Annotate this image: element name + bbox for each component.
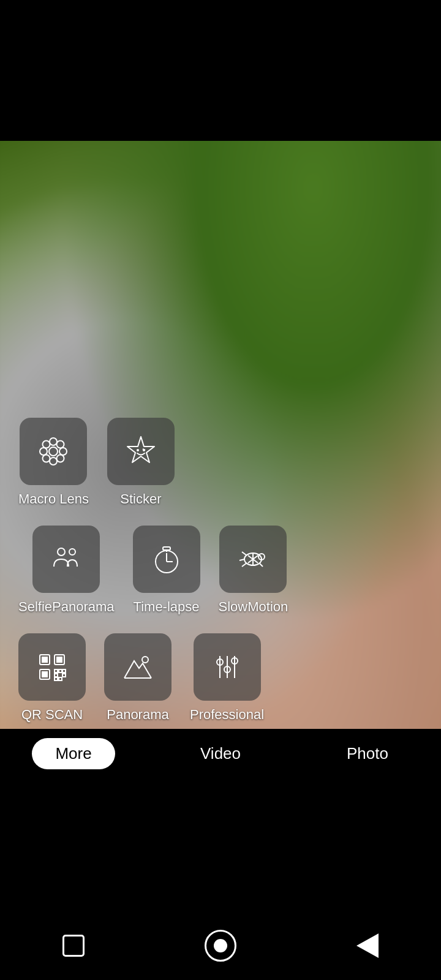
svg-point-6 [57, 441, 64, 448]
time-lapse-icon-box [133, 526, 200, 593]
svg-line-25 [242, 552, 247, 556]
macro-lens-icon-box [20, 418, 87, 485]
home-icon [205, 930, 236, 962]
svg-point-5 [43, 441, 50, 448]
qr-icon [35, 650, 69, 684]
professional-icon-box [194, 633, 261, 701]
tab-video-label: Video [200, 744, 241, 763]
mode-grid: Macro Lens Sti [0, 141, 441, 729]
mountain-icon [121, 650, 155, 684]
mode-item-selfie-panorama[interactable]: SelfiePanorama [18, 526, 115, 615]
svg-point-13 [58, 548, 65, 556]
qr-scan-label: QR SCAN [21, 707, 83, 723]
timer-icon [149, 542, 184, 576]
mode-row-1: Macro Lens Sti [18, 418, 423, 507]
svg-line-28 [239, 559, 244, 560]
mode-row-3: QR SCAN Panorama [18, 633, 423, 723]
svg-point-0 [49, 447, 58, 456]
svg-rect-38 [43, 673, 46, 676]
sticker-label: Sticker [120, 491, 161, 507]
svg-point-47 [142, 657, 148, 663]
svg-point-14 [69, 549, 75, 555]
mode-item-qr-scan[interactable]: QR SCAN [18, 633, 86, 723]
svg-rect-40 [59, 669, 62, 673]
svg-rect-45 [55, 677, 58, 680]
mode-item-professional[interactable]: Professional [190, 633, 264, 723]
camera-viewfinder: Macro Lens Sti [0, 141, 441, 729]
professional-label: Professional [190, 707, 264, 723]
svg-line-27 [259, 563, 263, 567]
recent-apps-button[interactable] [52, 924, 95, 967]
home-button[interactable] [199, 924, 242, 967]
tab-photo[interactable]: Photo [294, 729, 441, 778]
svg-point-1 [50, 438, 57, 445]
mode-row-2: SelfiePanorama Time-lapse [18, 526, 423, 615]
sliders-icon [210, 650, 244, 684]
svg-point-8 [57, 455, 64, 462]
svg-line-26 [242, 563, 247, 567]
svg-rect-39 [55, 669, 58, 673]
home-icon-inner [214, 939, 227, 952]
back-button[interactable] [346, 924, 389, 967]
svg-point-7 [43, 455, 50, 462]
tab-more[interactable]: More [0, 729, 147, 778]
recent-apps-icon [62, 935, 85, 957]
svg-point-3 [40, 448, 47, 455]
navigation-bar [0, 911, 441, 980]
turtle-icon [236, 542, 270, 576]
sticker-face-icon [124, 434, 158, 469]
tab-photo-label: Photo [347, 744, 388, 763]
svg-rect-42 [55, 674, 58, 677]
svg-rect-44 [59, 677, 62, 680]
tab-bar: More Video Photo [0, 729, 441, 778]
tab-video[interactable]: Video [147, 729, 294, 778]
svg-point-4 [59, 448, 67, 455]
flower-icon [36, 434, 70, 469]
mode-item-panorama[interactable]: Panorama [104, 633, 172, 723]
svg-rect-18 [163, 547, 170, 550]
slow-motion-label: SlowMotion [219, 599, 288, 615]
macro-lens-label: Macro Lens [18, 491, 89, 507]
mode-item-macro-lens[interactable]: Macro Lens [18, 418, 89, 507]
qr-scan-icon-box [18, 633, 86, 701]
mode-item-time-lapse[interactable]: Time-lapse [133, 526, 200, 615]
tab-more-label: More [55, 744, 91, 763]
svg-rect-43 [62, 674, 66, 677]
selfie-panorama-icon-box [32, 526, 100, 593]
person-panorama-icon [49, 542, 83, 576]
panorama-label: Panorama [107, 707, 169, 723]
svg-rect-41 [62, 669, 66, 673]
time-lapse-label: Time-lapse [134, 599, 200, 615]
mode-item-sticker[interactable]: Sticker [107, 418, 175, 507]
svg-rect-35 [58, 658, 61, 661]
panorama-icon-box [104, 633, 172, 701]
selfie-panorama-label: SelfiePanorama [18, 599, 115, 615]
mode-item-slow-motion[interactable]: SlowMotion [219, 526, 288, 615]
top-black-bar [0, 0, 441, 141]
svg-marker-9 [127, 437, 154, 462]
svg-point-10 [137, 449, 139, 451]
sticker-icon-box [107, 418, 175, 485]
svg-rect-32 [43, 658, 46, 661]
back-icon [356, 933, 379, 958]
slow-motion-icon-box [219, 526, 287, 593]
svg-point-2 [50, 458, 57, 465]
